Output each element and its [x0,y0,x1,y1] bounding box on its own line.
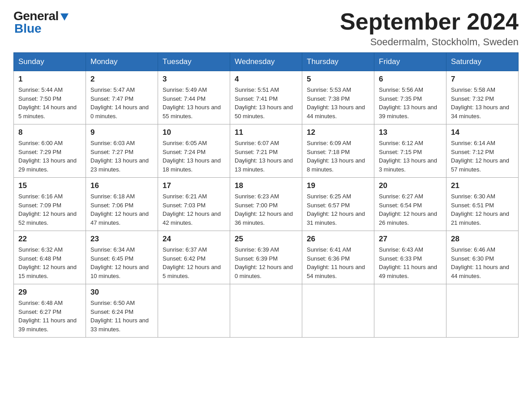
calendar-cell: 5Sunrise: 5:53 AMSunset: 7:38 PMDaylight… [302,71,374,124]
day-info: Sunrise: 6:05 AMSunset: 7:24 PMDaylight:… [163,140,221,173]
day-info: Sunrise: 6:37 AMSunset: 6:42 PMDaylight:… [163,246,221,279]
calendar-cell: 24Sunrise: 6:37 AMSunset: 6:42 PMDayligh… [158,231,230,284]
calendar-week-row: 29Sunrise: 6:48 AMSunset: 6:27 PMDayligh… [14,284,519,338]
day-number: 20 [379,181,442,190]
weekday-header-monday: Monday [86,53,158,71]
day-info: Sunrise: 6:32 AMSunset: 6:48 PMDaylight:… [18,246,77,279]
day-info: Sunrise: 6:41 AMSunset: 6:36 PMDaylight:… [307,246,365,279]
calendar-cell: 9Sunrise: 6:03 AMSunset: 7:27 PMDaylight… [86,124,158,178]
day-number: 9 [90,128,153,137]
day-number: 27 [379,235,442,244]
day-number: 13 [379,128,442,137]
day-number: 15 [18,181,81,190]
calendar-cell: 19Sunrise: 6:25 AMSunset: 6:57 PMDayligh… [302,178,374,231]
day-number: 22 [18,235,81,244]
calendar-cell: 26Sunrise: 6:41 AMSunset: 6:36 PMDayligh… [302,231,374,284]
day-info: Sunrise: 6:30 AMSunset: 6:51 PMDaylight:… [451,193,509,226]
day-info: Sunrise: 6:48 AMSunset: 6:27 PMDaylight:… [18,300,77,333]
day-info: Sunrise: 6:46 AMSunset: 6:30 PMDaylight:… [451,246,509,279]
day-info: Sunrise: 6:16 AMSunset: 7:09 PMDaylight:… [18,193,77,226]
day-number: 12 [307,128,369,137]
day-info: Sunrise: 5:58 AMSunset: 7:32 PMDaylight:… [451,86,509,120]
calendar-cell: 25Sunrise: 6:39 AMSunset: 6:39 PMDayligh… [230,231,302,284]
calendar-cell: 29Sunrise: 6:48 AMSunset: 6:27 PMDayligh… [14,284,86,338]
day-info: Sunrise: 6:14 AMSunset: 7:12 PMDaylight:… [451,140,509,173]
calendar-week-row: 22Sunrise: 6:32 AMSunset: 6:48 PMDayligh… [14,231,519,284]
calendar-table: SundayMondayTuesdayWednesdayThursdayFrid… [13,52,519,338]
weekday-header-thursday: Thursday [302,53,374,71]
calendar-week-row: 1Sunrise: 5:44 AMSunset: 7:50 PMDaylight… [14,71,519,124]
day-number: 19 [307,181,369,190]
day-info: Sunrise: 6:09 AMSunset: 7:18 PMDaylight:… [307,140,365,173]
calendar-cell: 20Sunrise: 6:27 AMSunset: 6:54 PMDayligh… [374,178,446,231]
calendar-cell: 8Sunrise: 6:00 AMSunset: 7:29 PMDaylight… [14,124,86,178]
calendar-cell [446,284,519,338]
calendar-cell: 6Sunrise: 5:56 AMSunset: 7:35 PMDaylight… [374,71,446,124]
weekday-header-wednesday: Wednesday [230,53,302,71]
day-info: Sunrise: 6:18 AMSunset: 7:06 PMDaylight:… [90,193,149,226]
day-info: Sunrise: 6:23 AMSunset: 7:00 PMDaylight:… [235,193,293,226]
day-info: Sunrise: 6:21 AMSunset: 7:03 PMDaylight:… [163,193,221,226]
calendar-cell: 12Sunrise: 6:09 AMSunset: 7:18 PMDayligh… [302,124,374,178]
day-number: 6 [379,75,442,84]
weekday-header-tuesday: Tuesday [158,53,230,71]
day-number: 3 [163,75,225,84]
day-number: 2 [90,75,153,84]
calendar-cell [302,284,374,338]
location-subtitle: Soedermalm, Stockholm, Sweden [340,36,519,48]
day-info: Sunrise: 6:07 AMSunset: 7:21 PMDaylight:… [235,140,293,173]
calendar-cell: 4Sunrise: 5:51 AMSunset: 7:41 PMDaylight… [230,71,302,124]
calendar-cell: 11Sunrise: 6:07 AMSunset: 7:21 PMDayligh… [230,124,302,178]
logo-text-blue: Blue [14,21,42,36]
month-title: September 2024 [340,9,519,34]
title-area: September 2024 Soedermalm, Stockholm, Sw… [340,9,519,48]
day-number: 16 [90,181,153,190]
day-number: 17 [163,181,225,190]
calendar-cell: 17Sunrise: 6:21 AMSunset: 7:03 PMDayligh… [158,178,230,231]
calendar-cell: 30Sunrise: 6:50 AMSunset: 6:24 PMDayligh… [86,284,158,338]
logo-triangle-icon [60,12,69,21]
calendar-cell: 10Sunrise: 6:05 AMSunset: 7:24 PMDayligh… [158,124,230,178]
day-number: 18 [235,181,297,190]
day-number: 8 [18,128,81,137]
weekday-header-friday: Friday [374,53,446,71]
day-info: Sunrise: 5:44 AMSunset: 7:50 PMDaylight:… [18,86,77,120]
day-info: Sunrise: 5:51 AMSunset: 7:41 PMDaylight:… [235,86,293,120]
calendar-week-row: 15Sunrise: 6:16 AMSunset: 7:09 PMDayligh… [14,178,519,231]
calendar-cell: 1Sunrise: 5:44 AMSunset: 7:50 PMDaylight… [14,71,86,124]
day-info: Sunrise: 5:56 AMSunset: 7:35 PMDaylight:… [379,86,437,120]
day-number: 23 [90,235,153,244]
calendar-cell: 21Sunrise: 6:30 AMSunset: 6:51 PMDayligh… [446,178,519,231]
day-number: 21 [451,181,514,190]
calendar-cell [374,284,446,338]
logo: General Blue [13,9,69,36]
calendar-cell: 13Sunrise: 6:12 AMSunset: 7:15 PMDayligh… [374,124,446,178]
calendar-cell: 14Sunrise: 6:14 AMSunset: 7:12 PMDayligh… [446,124,519,178]
day-info: Sunrise: 6:39 AMSunset: 6:39 PMDaylight:… [235,246,293,279]
day-info: Sunrise: 6:34 AMSunset: 6:45 PMDaylight:… [90,246,149,279]
day-info: Sunrise: 6:00 AMSunset: 7:29 PMDaylight:… [18,140,77,173]
svg-marker-0 [60,13,69,21]
calendar-cell: 7Sunrise: 5:58 AMSunset: 7:32 PMDaylight… [446,71,519,124]
calendar-cell: 3Sunrise: 5:49 AMSunset: 7:44 PMDaylight… [158,71,230,124]
calendar-cell [230,284,302,338]
day-info: Sunrise: 6:43 AMSunset: 6:33 PMDaylight:… [379,246,437,279]
day-number: 7 [451,75,514,84]
day-number: 26 [307,235,369,244]
day-info: Sunrise: 6:03 AMSunset: 7:27 PMDaylight:… [90,140,149,173]
day-info: Sunrise: 6:12 AMSunset: 7:15 PMDaylight:… [379,140,437,173]
day-number: 1 [18,75,81,84]
day-number: 30 [90,288,153,297]
day-number: 24 [163,235,225,244]
weekday-header-sunday: Sunday [14,53,86,71]
day-number: 11 [235,128,297,137]
calendar-cell: 22Sunrise: 6:32 AMSunset: 6:48 PMDayligh… [14,231,86,284]
calendar-cell: 2Sunrise: 5:47 AMSunset: 7:47 PMDaylight… [86,71,158,124]
weekday-header-row: SundayMondayTuesdayWednesdayThursdayFrid… [14,53,519,71]
day-info: Sunrise: 6:27 AMSunset: 6:54 PMDaylight:… [379,193,437,226]
calendar-cell: 18Sunrise: 6:23 AMSunset: 7:00 PMDayligh… [230,178,302,231]
page-header: General Blue September 2024 Soedermalm, … [13,9,519,48]
calendar-week-row: 8Sunrise: 6:00 AMSunset: 7:29 PMDaylight… [14,124,519,178]
weekday-header-saturday: Saturday [446,53,519,71]
calendar-cell [158,284,230,338]
